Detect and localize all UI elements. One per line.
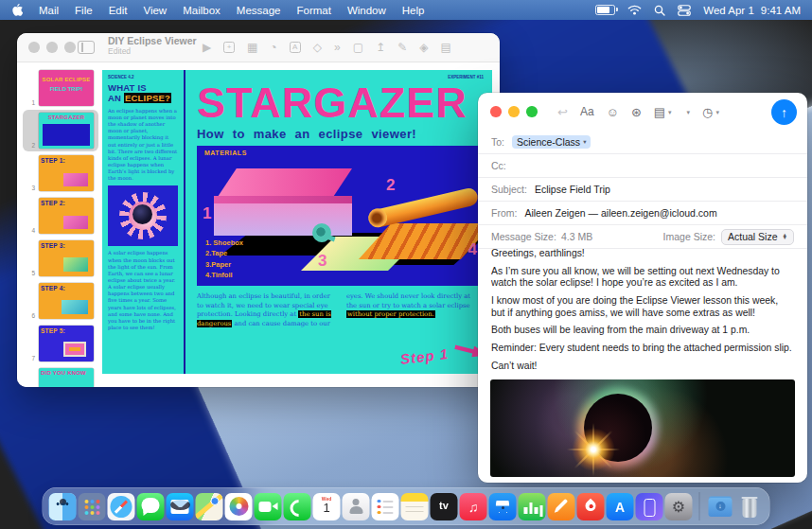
dock-launchpad[interactable] [79,493,106,520]
wifi-icon[interactable] [627,5,642,15]
battery-icon[interactable] [595,5,615,15]
menu-window[interactable]: Window [347,5,386,16]
add-slide-button[interactable]: + [223,42,235,53]
close-button[interactable] [490,106,502,117]
send-button[interactable]: ↑ [771,99,797,125]
dock-facetime[interactable] [255,493,282,520]
slide-thumb-6[interactable]: STEP 4: [39,283,94,319]
comment-button[interactable]: ▢ [353,42,363,53]
slide-thumb-4[interactable]: STEP 2: [39,198,94,234]
message-paragraph[interactable]: Reminder: Every student needs to bring t… [491,343,794,355]
eclipse-sun-graphic [108,185,178,246]
keynote-titlebar[interactable]: DIY Eclipse Viewer Edited ▶ + ▦ ◔ A ◇ [17,33,500,62]
dock-calendar[interactable]: Wed 1 [313,493,341,520]
minimize-button[interactable] [508,106,520,117]
send-later-icon[interactable]: ◷ [702,106,719,118]
slide-thumb-3[interactable]: STEP 1: [39,155,94,191]
dock-keynote[interactable] [489,493,517,520]
zoom-button[interactable] [526,106,538,117]
dock-safari[interactable] [108,493,135,520]
slide-thumb-8[interactable]: DID YOU KNOW [39,368,94,387]
cc-field[interactable]: Cc: [478,154,807,178]
slide-thumb-1[interactable]: SOLAR ECLIPSE FIELD TRIP! [39,70,94,106]
dock-settings[interactable] [665,493,693,520]
close-button[interactable] [28,42,40,53]
attach-icon[interactable] [684,109,691,115]
dock-games[interactable] [577,493,605,520]
dock-contacts[interactable] [343,493,370,520]
emoji-icon[interactable]: ☺ [607,106,619,118]
dock-numbers[interactable] [519,493,546,520]
more-button[interactable]: » [334,42,341,53]
document-button[interactable]: ▤ [440,42,450,53]
menu-file[interactable]: File [75,5,93,16]
from-field[interactable]: From: Aileen Zeigen — aileen.zeigen@iclo… [478,202,807,225]
menu-mail[interactable]: Mail [39,5,59,16]
dock-music[interactable] [460,493,487,520]
menu-edit[interactable]: Edit [109,5,128,16]
dock-mail[interactable] [167,493,194,520]
minimize-button[interactable] [46,42,58,53]
message-paragraph[interactable]: I know most of you are doing the Eclipse… [491,295,794,319]
dock-maps[interactable] [196,493,223,520]
dock-tv[interactable]: tv [431,493,458,520]
animate-button[interactable]: ◈ [419,42,428,53]
chart-button[interactable]: ◔ [270,42,276,53]
undo-icon[interactable]: ↩ [557,106,568,118]
play-button[interactable]: ▶ [203,42,211,53]
dock-phone[interactable] [284,493,311,520]
table-button[interactable]: ▦ [247,42,257,53]
menu-format[interactable]: Format [296,5,330,16]
dock-notes[interactable] [401,493,429,520]
zoom-button[interactable] [64,42,76,53]
recipient-token[interactable]: Science-Class [512,135,591,149]
apple-menu-icon[interactable] [11,4,23,17]
slide-thumb-number: 4 [26,227,35,234]
dock-divider [699,492,700,520]
format-icon[interactable]: Aa [580,106,594,117]
shape-button[interactable]: ◇ [313,42,322,53]
dock-photos[interactable] [225,493,253,520]
dock-pages[interactable] [548,493,575,520]
materials-box: MATERIALS 1 2 3 [197,146,483,286]
search-icon[interactable] [654,5,665,16]
text-button[interactable]: A [290,42,301,53]
dock-reminders[interactable] [372,493,399,520]
control-center-icon[interactable] [678,5,691,16]
slide-thumb-7[interactable]: STEP 5: [39,326,94,361]
material-number-3: 3 [318,252,327,271]
photo-browser-icon[interactable]: ▤ [654,106,672,118]
message-paragraph[interactable]: Both buses will be leaving from the main… [491,325,794,337]
mail-toolbar[interactable]: ↩ Aa ☺ ⊛ ▤ ◷ ↑ [478,93,807,131]
image-size-select[interactable]: Actual Size ▲▼ [721,229,794,245]
dock-messages[interactable] [137,493,165,520]
menu-view[interactable]: View [143,5,167,16]
sidebar-toggle-icon[interactable] [78,41,95,54]
message-paragraph[interactable]: As I’m sure you all know, we will be set… [491,266,794,290]
dock-downloads[interactable] [707,493,734,520]
dock-iphone-mirroring[interactable] [636,493,663,520]
stamp-icon[interactable]: ⊛ [631,106,642,118]
slide-thumb-5[interactable]: STEP 3: [39,240,94,276]
menu-message[interactable]: Message [237,5,281,16]
share-button[interactable]: ↥ [376,42,385,53]
message-paragraph[interactable]: Can’t wait! [491,361,794,373]
dock-finder[interactable] [49,493,77,520]
message-paragraph[interactable]: Greetings, earthlings! [491,248,794,260]
subject-field[interactable]: Subject: Eclipse Field Trip [478,178,807,202]
experiment-label: EXPERIMENT #11 [448,75,484,79]
eclipse-photo-attachment[interactable] [490,379,795,477]
keynote-window: DIY Eclipse Viewer Edited ▶ + ▦ ◔ A ◇ [17,33,500,387]
menu-bar-clock[interactable]: Wed Apr 1 9:41 AM [703,5,801,16]
window-subtitle: Edited [108,47,197,56]
menu-mailbox[interactable]: Mailbox [183,5,221,16]
to-field[interactable]: To: Science-Class [478,131,807,154]
menu-help[interactable]: Help [402,5,425,16]
tape-roll [312,223,331,242]
format-button[interactable]: ✎ [397,42,407,53]
dock-appstore[interactable] [607,493,634,520]
from-value: Aileen Zeigen — aileen.zeigen@icloud.com [524,207,716,219]
slide-thumb-2[interactable]: STARGAZER [39,113,94,149]
dock-trash[interactable] [736,493,764,520]
slide-canvas[interactable]: SCIENCE 4.2 WHAT IS AN ECLIPSE? An eclip… [102,70,492,374]
